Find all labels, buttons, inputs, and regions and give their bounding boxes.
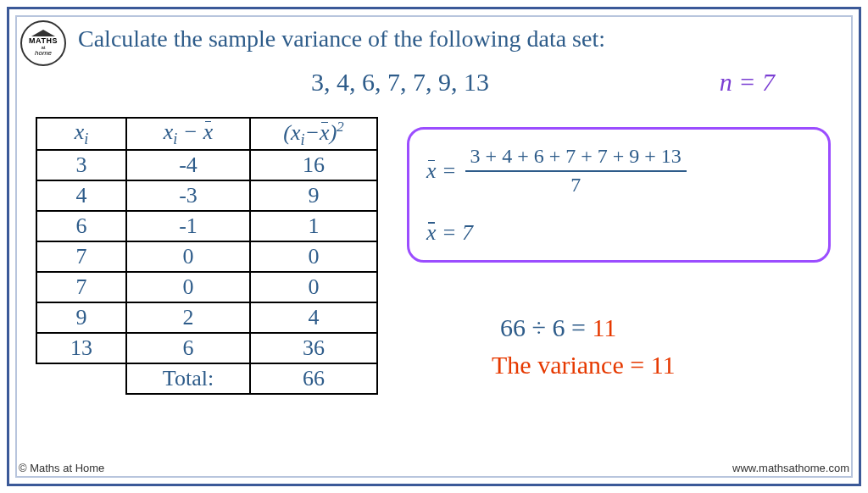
th-xi: xi: [36, 118, 126, 150]
cell-xi: 13: [36, 333, 126, 363]
cell-xi: 3: [36, 150, 126, 180]
th-dev: xi − x: [126, 118, 250, 150]
cell-sq: 0: [250, 272, 377, 302]
cell-xi: 7: [36, 241, 126, 272]
website: www.mathsathome.com: [732, 462, 849, 474]
fraction: 3 + 4 + 6 + 7 + 7 + 9 + 13 7: [465, 145, 687, 197]
copyright: © Maths at Home: [19, 462, 104, 474]
cell-sq: 36: [250, 333, 377, 363]
mean-result: x = 7: [426, 220, 811, 246]
xbar-lhs: x =: [426, 158, 457, 184]
variance-result: The variance = 11: [492, 351, 676, 379]
cell-xi: 7: [36, 272, 126, 302]
roof-icon: [31, 30, 55, 36]
calc-expr: 66 ÷ 6 =: [500, 313, 586, 341]
cell-dev: -3: [126, 180, 250, 211]
cell-xi: 4: [36, 180, 126, 211]
cell-dev: 6: [126, 333, 250, 363]
n-equals: n = 7: [720, 68, 775, 97]
mean-box: x = 3 + 4 + 6 + 7 + 7 + 9 + 13 7 x = 7: [407, 127, 831, 263]
mean-formula: x = 3 + 4 + 6 + 7 + 7 + 9 + 13 7: [426, 145, 811, 197]
division-calc: 66 ÷ 6 = 11: [500, 313, 616, 342]
cell-dev: 0: [126, 272, 250, 302]
th-sq: (xi−x)2: [250, 118, 377, 150]
cell-dev: 0: [126, 241, 250, 272]
cell-sq: 1: [250, 211, 377, 241]
cell-dev: -4: [126, 150, 250, 180]
variance-table: xi xi − x (xi−x)2 3-416 4-39 6-11 700 70…: [36, 117, 378, 395]
total-value: 66: [250, 363, 377, 394]
page-title: Calculate the sample variance of the fol…: [78, 25, 605, 53]
logo: MATHS at home: [20, 20, 66, 66]
cell-sq: 16: [250, 150, 377, 180]
calc-result: 11: [592, 313, 616, 341]
cell-sq: 4: [250, 302, 377, 333]
data-set: 3, 4, 6, 7, 7, 9, 13: [311, 68, 489, 97]
cell-xi: 9: [36, 302, 126, 333]
cell-sq: 0: [250, 241, 377, 272]
cell-sq: 9: [250, 180, 377, 211]
logo-line1: MATHS: [29, 37, 58, 45]
logo-line3: home: [35, 50, 52, 57]
total-label: Total:: [126, 363, 250, 394]
blank: [36, 363, 126, 394]
cell-dev: 2: [126, 302, 250, 333]
numerator: 3 + 4 + 6 + 7 + 7 + 9 + 13: [465, 145, 687, 172]
cell-dev: -1: [126, 211, 250, 241]
cell-xi: 6: [36, 211, 126, 241]
denominator: 7: [570, 172, 581, 197]
